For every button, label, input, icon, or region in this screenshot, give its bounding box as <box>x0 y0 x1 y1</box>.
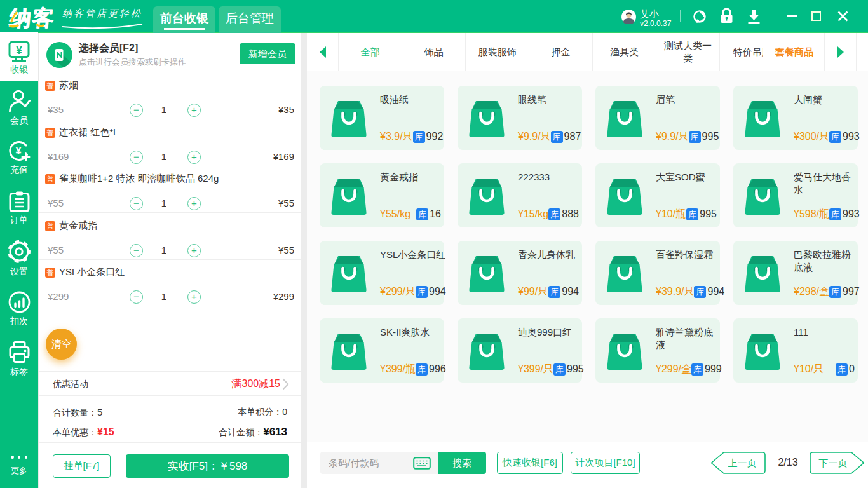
svg-text:下一页: 下一页 <box>819 458 848 468</box>
svg-text:上一页: 上一页 <box>728 458 757 468</box>
svg-text:¥: ¥ <box>15 145 22 157</box>
svg-text:¥: ¥ <box>16 44 22 57</box>
